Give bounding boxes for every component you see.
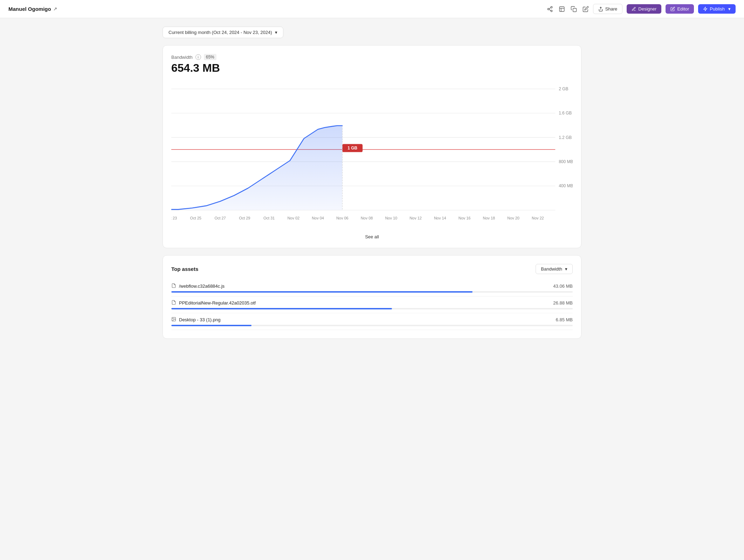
svg-text:Nov 16: Nov 16 <box>459 216 471 220</box>
asset-name: PPEditorialNew-Regular.42a02035.otf <box>171 300 256 306</box>
asset-progress-bar-fill <box>171 291 473 293</box>
svg-text:Nov 12: Nov 12 <box>409 216 422 220</box>
share-label: Share <box>605 6 618 12</box>
svg-point-45 <box>173 318 173 319</box>
svg-text:Nov 10: Nov 10 <box>385 216 397 220</box>
assets-filter-label: Bandwidth <box>541 266 562 272</box>
svg-text:Nov 08: Nov 08 <box>361 216 373 220</box>
date-filter-chevron-icon: ▾ <box>275 30 277 35</box>
asset-size: 6.85 MB <box>556 317 573 322</box>
bandwidth-value: 654.3 MB <box>171 62 573 75</box>
asset-name: /webflow.c32a6884c.js <box>171 283 225 289</box>
svg-text:2 GB: 2 GB <box>559 86 568 91</box>
top-assets-title: Top assets <box>171 266 198 272</box>
connect-icon[interactable] <box>547 6 553 12</box>
asset-progress-bar-fill <box>171 325 252 326</box>
chart-svg: 1 GB 2 GB 1.6 GB <box>171 82 573 229</box>
bandwidth-label-text: Bandwidth <box>171 55 193 60</box>
designer-button[interactable]: Designer <box>627 4 661 14</box>
asset-filename: /webflow.c32a6884c.js <box>179 284 225 289</box>
svg-text:800 MB: 800 MB <box>559 159 573 164</box>
site-title: Manuel Ogomigo ↗ <box>8 6 57 12</box>
file-icon <box>171 300 176 306</box>
svg-marker-20 <box>171 126 342 210</box>
svg-marker-10 <box>704 7 707 11</box>
asset-progress-bar-bg <box>171 325 573 326</box>
layout-icon[interactable] <box>559 6 565 12</box>
title-text: Manuel Ogomigo <box>8 6 51 12</box>
svg-point-2 <box>551 10 552 12</box>
bandwidth-card: Bandwidth i 65% 654.3 MB 1 GB <box>163 45 581 248</box>
assets-filter-chevron-icon: ▾ <box>565 266 567 272</box>
main-content: Current billing month (Oct 24, 2024 - No… <box>151 18 593 354</box>
svg-rect-5 <box>559 7 564 12</box>
svg-text:Nov 14: Nov 14 <box>434 216 446 220</box>
file-icon <box>171 283 176 289</box>
svg-text:400 MB: 400 MB <box>559 183 573 188</box>
assets-list: /webflow.c32a6884c.js 43.06 MB PPEditori… <box>171 280 573 330</box>
asset-filename: Desktop - 33 (1).png <box>179 317 221 322</box>
asset-size: 26.88 MB <box>553 300 573 306</box>
asset-row: /webflow.c32a6884c.js 43.06 MB <box>171 280 573 296</box>
svg-text:Oct 31: Oct 31 <box>263 216 275 220</box>
asset-row: Desktop - 33 (1).png 6.85 MB <box>171 313 573 330</box>
edit-icon[interactable] <box>583 6 589 12</box>
header-icons <box>547 6 589 12</box>
svg-text:Nov 18: Nov 18 <box>483 216 495 220</box>
share-button[interactable]: Share <box>593 4 623 14</box>
see-all-link[interactable]: See all <box>171 234 573 239</box>
bandwidth-header: Bandwidth i 65% <box>171 54 573 60</box>
svg-text:Nov 02: Nov 02 <box>287 216 299 220</box>
bandwidth-chart: 1 GB 2 GB 1.6 GB <box>171 82 573 229</box>
asset-name: Desktop - 33 (1).png <box>171 317 221 323</box>
svg-text:1.2 GB: 1.2 GB <box>559 135 572 140</box>
editor-label: Editor <box>677 6 689 12</box>
publish-chevron-icon: ▾ <box>728 6 731 12</box>
svg-line-3 <box>549 9 551 10</box>
svg-text:1 GB: 1 GB <box>347 146 357 150</box>
top-assets-header: Top assets Bandwidth ▾ <box>171 264 573 274</box>
svg-text:Oct 27: Oct 27 <box>214 216 226 220</box>
image-icon <box>171 317 176 323</box>
svg-text:Oct 23: Oct 23 <box>171 216 177 220</box>
svg-point-0 <box>551 6 552 8</box>
asset-progress-bar-bg <box>171 291 573 293</box>
svg-text:Nov 06: Nov 06 <box>336 216 349 220</box>
asset-filename: PPEditorialNew-Regular.42a02035.otf <box>179 300 256 306</box>
svg-text:Oct 25: Oct 25 <box>190 216 201 220</box>
assets-filter-button[interactable]: Bandwidth ▾ <box>536 264 573 274</box>
publish-button[interactable]: Publish ▾ <box>698 4 736 14</box>
date-filter-label: Current billing month (Oct 24, 2024 - No… <box>168 30 272 35</box>
svg-point-1 <box>547 8 549 10</box>
publish-label: Publish <box>710 6 725 12</box>
svg-text:1.6 GB: 1.6 GB <box>559 111 572 115</box>
designer-label: Designer <box>638 6 656 12</box>
editor-button[interactable]: Editor <box>666 4 694 14</box>
asset-size: 43.06 MB <box>553 284 573 289</box>
asset-row: PPEditorialNew-Regular.42a02035.otf 26.8… <box>171 296 573 313</box>
bandwidth-percentage: 65% <box>204 54 216 60</box>
svg-text:Nov 04: Nov 04 <box>312 216 324 220</box>
top-assets-card: Top assets Bandwidth ▾ /webflow.c32a6884… <box>163 255 581 339</box>
svg-text:Nov 20: Nov 20 <box>507 216 519 220</box>
svg-text:Nov 22: Nov 22 <box>532 216 544 220</box>
external-link-icon[interactable]: ↗ <box>53 6 57 12</box>
asset-progress-bar-fill <box>171 308 392 309</box>
svg-text:Oct 29: Oct 29 <box>239 216 250 220</box>
header: Manuel Ogomigo ↗ <box>0 0 744 18</box>
svg-rect-8 <box>573 8 576 12</box>
duplicate-icon[interactable] <box>571 6 577 12</box>
svg-line-4 <box>549 7 551 8</box>
date-filter-button[interactable]: Current billing month (Oct 24, 2024 - No… <box>163 27 283 38</box>
info-icon[interactable]: i <box>195 54 201 60</box>
asset-progress-bar-bg <box>171 308 573 309</box>
